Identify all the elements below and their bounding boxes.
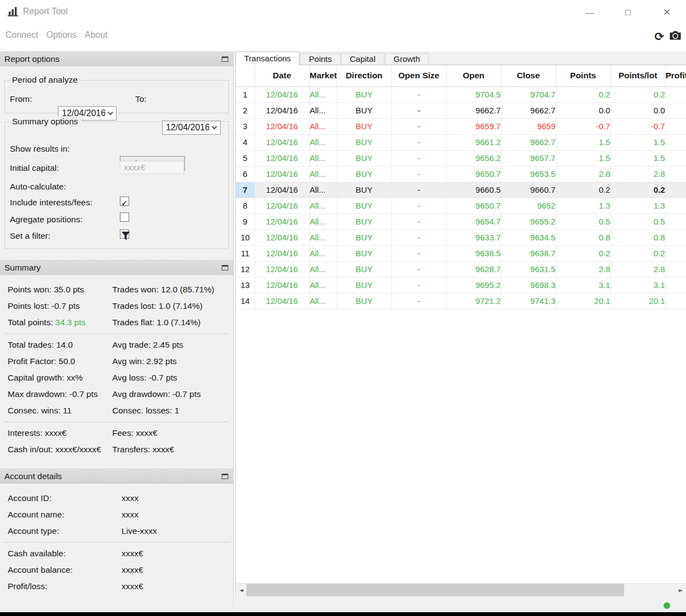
cell-open[interactable]: 9695.2 (446, 277, 501, 293)
cell-open[interactable]: 9661.2 (446, 134, 501, 150)
cell-direction[interactable]: BUY (337, 198, 391, 214)
header-open-size[interactable]: Open Size (391, 65, 446, 87)
row-number[interactable]: 5 (236, 150, 255, 166)
cell-profit[interactable] (665, 87, 686, 102)
cell-market[interactable]: All... (309, 182, 337, 198)
cell-points-lot[interactable]: 1.5 (610, 150, 665, 166)
header-direction[interactable]: Direction (337, 65, 391, 87)
maximize-button[interactable]: □ (619, 5, 637, 20)
cell-open[interactable]: 9628.7 (446, 261, 501, 277)
cell-points-lot[interactable]: 0.8 (610, 229, 665, 245)
cell-open-size[interactable]: - (391, 277, 446, 293)
cell-close[interactable]: 9660.7 (501, 182, 556, 198)
cell-direction[interactable]: BUY (337, 134, 391, 150)
cell-direction[interactable]: BUY (337, 214, 391, 229)
cell-date[interactable]: 12/04/16 (255, 293, 309, 309)
cell-points[interactable]: 1.5 (556, 150, 610, 166)
cell-open[interactable]: 9650.7 (446, 198, 501, 214)
cell-direction[interactable]: BUY (337, 166, 391, 182)
cell-points-lot[interactable]: 1.3 (610, 198, 665, 214)
row-number[interactable]: 12 (236, 261, 255, 277)
transaction-row[interactable]: 14 12/04/16 All... BUY - 9721.2 9741.3 2… (236, 293, 686, 309)
cell-date[interactable]: 12/04/16 (255, 166, 309, 182)
filter-icon[interactable] (121, 231, 130, 245)
cell-direction[interactable]: BUY (337, 277, 391, 293)
transaction-row[interactable]: 13 12/04/16 All... BUY - 9695.2 9698.3 3… (236, 277, 686, 293)
cell-date[interactable]: 12/04/16 (255, 182, 309, 198)
cell-open[interactable]: 9721.2 (446, 293, 501, 309)
cell-points-lot[interactable]: 0.0 (610, 102, 665, 118)
row-number[interactable]: 9 (236, 214, 255, 229)
cell-direction[interactable]: BUY (337, 118, 391, 134)
cell-date[interactable]: 12/04/16 (255, 198, 309, 214)
header-market[interactable]: Market (309, 65, 337, 87)
cell-open-size[interactable]: - (391, 102, 446, 118)
cell-open-size[interactable]: - (391, 134, 446, 150)
minimize-button[interactable]: — (581, 5, 598, 20)
cell-points[interactable]: 20.1 (556, 293, 610, 309)
transaction-row[interactable]: 12 12/04/16 All... BUY - 9628.7 9631.5 2… (236, 261, 686, 277)
tab[interactable]: Points (300, 53, 341, 65)
tab[interactable]: Transactions (235, 51, 299, 65)
cell-open[interactable]: 9660.5 (446, 182, 501, 198)
cell-market[interactable]: All... (309, 277, 337, 293)
cell-direction[interactable]: BUY (337, 102, 391, 118)
cell-open[interactable]: 9656.2 (446, 150, 501, 166)
cell-open[interactable]: 9650.7 (446, 166, 501, 182)
cell-close[interactable]: 9662.7 (501, 134, 556, 150)
cell-market[interactable]: All... (309, 166, 337, 182)
transaction-row[interactable]: 8 12/04/16 All... BUY - 9650.7 9652 1.3 … (236, 198, 686, 214)
cell-profit[interactable] (665, 150, 686, 166)
cell-points-lot[interactable]: 0.5 (610, 214, 665, 229)
transaction-row[interactable]: 1 12/04/16 All... BUY - 9704.5 9704.7 0.… (236, 87, 686, 102)
cell-direction[interactable]: BUY (337, 261, 391, 277)
cell-points-lot[interactable]: 2.8 (610, 261, 665, 277)
cell-points[interactable]: 0.2 (556, 245, 610, 261)
cell-close[interactable]: 9704.7 (501, 87, 556, 102)
cell-points-lot[interactable]: 3.1 (610, 277, 665, 293)
account-details-header[interactable]: Account details (0, 469, 233, 483)
refresh-icon[interactable]: ⟳ (654, 31, 664, 43)
cell-profit[interactable] (665, 214, 686, 229)
cell-market[interactable]: All... (309, 293, 337, 309)
cell-open[interactable]: 9638.5 (446, 245, 501, 261)
float-panel-icon[interactable] (222, 265, 228, 270)
cell-profit[interactable] (665, 293, 686, 309)
cell-points-lot[interactable]: 0.2 (610, 87, 665, 102)
cell-open-size[interactable]: - (391, 245, 446, 261)
cell-profit[interactable] (665, 166, 686, 182)
transaction-row[interactable]: 9 12/04/16 All... BUY - 9654.7 9655.2 0.… (236, 214, 686, 229)
cell-open[interactable]: 9633.7 (446, 229, 501, 245)
cell-points[interactable]: 0.2 (556, 182, 610, 198)
row-number[interactable]: 6 (236, 166, 255, 182)
cell-profit[interactable] (665, 198, 686, 214)
cell-close[interactable]: 9655.2 (501, 214, 556, 229)
cell-profit[interactable] (665, 245, 686, 261)
cell-open-size[interactable]: - (391, 229, 446, 245)
cell-points[interactable]: -0.7 (556, 118, 610, 134)
summary-header[interactable]: Summary (0, 260, 233, 275)
cell-open[interactable]: 9704.5 (446, 87, 501, 102)
cell-market[interactable]: All... (309, 150, 337, 166)
cell-points[interactable]: 0.5 (556, 214, 610, 229)
cell-date[interactable]: 12/04/16 (255, 229, 309, 245)
cell-points-lot[interactable]: 0.2 (610, 245, 665, 261)
row-number[interactable]: 7 (236, 182, 255, 198)
transaction-row[interactable]: 3 12/04/16 All... BUY - 9659.7 9659 -0.7… (236, 118, 686, 134)
cell-date[interactable]: 12/04/16 (255, 277, 309, 293)
cell-points[interactable]: 0.0 (556, 102, 610, 118)
cell-market[interactable]: All... (309, 198, 337, 214)
cell-points[interactable]: 2.8 (556, 261, 610, 277)
row-number[interactable]: 4 (236, 134, 255, 150)
cell-direction[interactable]: BUY (337, 293, 391, 309)
cell-direction[interactable]: BUY (337, 182, 391, 198)
cell-direction[interactable]: BUY (337, 229, 391, 245)
cell-close[interactable]: 9657.7 (501, 150, 556, 166)
tab[interactable]: Growth (385, 53, 429, 65)
cell-open-size[interactable]: - (391, 198, 446, 214)
cell-date[interactable]: 12/04/16 (255, 245, 309, 261)
row-number[interactable]: 8 (236, 198, 255, 214)
cell-open[interactable]: 9654.7 (446, 214, 501, 229)
header-points-lot[interactable]: Points/lot (610, 65, 665, 87)
row-number[interactable]: 11 (236, 245, 255, 261)
